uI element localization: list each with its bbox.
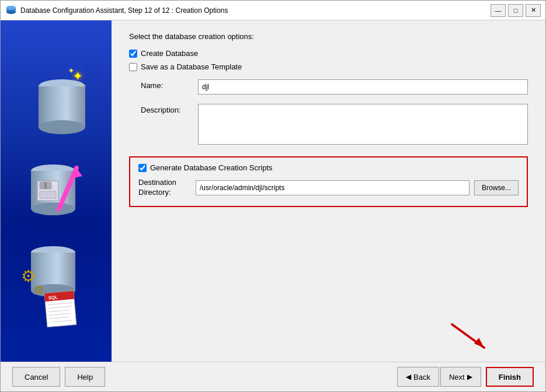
left-panel: ✦ ✦ ✧ [1, 20, 112, 362]
finish-button[interactable]: Finish [486, 367, 534, 387]
svg-rect-16 [40, 191, 56, 198]
save-template-checkbox[interactable] [129, 63, 137, 71]
create-db-row: Create Database [129, 49, 528, 58]
title-bar-controls: — □ ✕ [491, 4, 541, 17]
window-title: Database Configuration Assistant, Step 1… [20, 6, 228, 15]
svg-text:✧: ✧ [78, 82, 83, 89]
nav-group: ◀ Back Next ▶ Finish [397, 367, 534, 387]
main-window: Database Configuration Assistant, Step 1… [0, 0, 546, 392]
arrow-annotation [129, 321, 493, 354]
svg-text:⚙: ⚙ [34, 284, 44, 296]
illustration: ✦ ✦ ✧ [9, 51, 103, 331]
minimize-button[interactable]: — [491, 4, 506, 17]
next-button[interactable]: Next ▶ [440, 367, 481, 387]
db-icon [5, 5, 17, 16]
generate-scripts-section: Generate Database Creation Scripts Desti… [129, 156, 528, 207]
save-template-row: Save as a Database Template [129, 62, 528, 71]
svg-text:SQL: SQL [48, 295, 58, 300]
svg-point-2 [6, 10, 16, 14]
back-label: Back [413, 373, 430, 382]
spacer [129, 207, 528, 321]
save-template-label[interactable]: Save as a Database Template [129, 62, 242, 71]
right-panel: Select the database creation options: Cr… [112, 20, 545, 362]
name-row: Name: [141, 79, 528, 94]
generate-scripts-text: Generate Database Creation Scripts [150, 163, 273, 172]
generate-scripts-label[interactable]: Generate Database Creation Scripts [138, 163, 273, 172]
next-chevron-icon: ▶ [467, 373, 472, 381]
generate-row: Generate Database Creation Scripts [138, 163, 519, 172]
dest-dir-label: Destination Directory: [138, 178, 191, 198]
svg-point-6 [39, 120, 85, 134]
content-area: ✦ ✦ ✧ [1, 20, 545, 362]
red-arrow-svg [446, 321, 493, 354]
save-template-text: Save as a Database Template [141, 62, 242, 71]
create-db-checkbox[interactable] [129, 50, 137, 58]
help-button[interactable]: Help [65, 367, 105, 387]
svg-marker-34 [474, 338, 484, 348]
desc-textarea[interactable] [198, 104, 528, 145]
close-button[interactable]: ✕ [526, 4, 541, 17]
svg-text:✦: ✦ [68, 66, 75, 75]
browse-button[interactable]: Browse... [474, 180, 519, 195]
svg-point-12 [31, 202, 75, 215]
back-button[interactable]: ◀ Back [397, 367, 439, 387]
title-bar: Database Configuration Assistant, Step 1… [1, 1, 545, 20]
cancel-button[interactable]: Cancel [12, 367, 60, 387]
dest-dir-input[interactable] [196, 180, 470, 195]
title-bar-left: Database Configuration Assistant, Step 1… [5, 5, 228, 16]
svg-rect-15 [44, 182, 47, 189]
create-db-text: Create Database [141, 49, 198, 58]
create-db-label[interactable]: Create Database [129, 49, 198, 58]
desc-label: Description: [141, 104, 193, 114]
name-input[interactable] [198, 79, 528, 94]
svg-text:⚙: ⚙ [21, 267, 36, 285]
back-chevron-icon: ◀ [406, 373, 411, 381]
name-label: Name: [141, 79, 193, 90]
svg-point-3 [6, 6, 16, 9]
section-title: Select the database creation options: [129, 32, 528, 41]
desc-row: Description: [141, 104, 528, 145]
bottom-bar: Cancel Help ◀ Back Next ▶ Finish [1, 362, 545, 391]
next-label: Next [449, 373, 465, 382]
generate-scripts-checkbox[interactable] [138, 164, 147, 172]
dest-dir-row: Destination Directory: Browse... [138, 178, 519, 198]
maximize-button[interactable]: □ [508, 4, 523, 17]
